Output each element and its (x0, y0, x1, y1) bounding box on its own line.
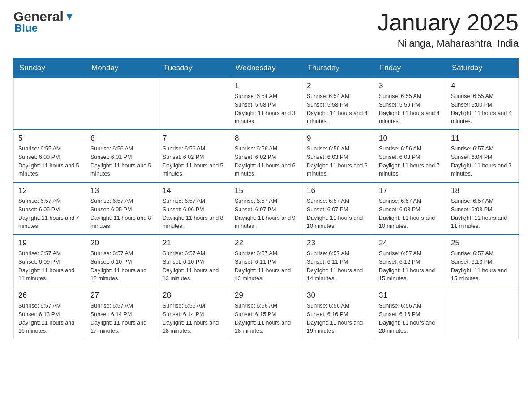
day-info: Sunrise: 6:57 AM Sunset: 6:07 PM Dayligh… (235, 197, 297, 231)
day-number: 28 (163, 291, 225, 300)
svg-marker-0 (66, 14, 73, 20)
day-of-week-header: Monday (86, 59, 158, 77)
calendar-cell: 21Sunrise: 6:57 AM Sunset: 6:10 PM Dayli… (158, 235, 230, 287)
calendar-cell: 13Sunrise: 6:57 AM Sunset: 6:05 PM Dayli… (86, 182, 158, 235)
day-info: Sunrise: 6:57 AM Sunset: 6:11 PM Dayligh… (235, 249, 297, 283)
day-number: 21 (163, 239, 225, 248)
day-info: Sunrise: 6:57 AM Sunset: 6:05 PM Dayligh… (18, 197, 81, 231)
calendar-table: SundayMondayTuesdayWednesdayThursdayFrid… (13, 58, 519, 339)
calendar-cell (446, 287, 519, 339)
location-title: Nilanga, Maharashtra, India (378, 38, 519, 49)
day-info: Sunrise: 6:57 AM Sunset: 6:13 PM Dayligh… (18, 302, 81, 335)
day-info: Sunrise: 6:57 AM Sunset: 6:14 PM Dayligh… (90, 302, 153, 335)
calendar-cell: 24Sunrise: 6:57 AM Sunset: 6:12 PM Dayli… (374, 235, 446, 287)
day-number: 26 (18, 291, 81, 300)
calendar-cell: 15Sunrise: 6:57 AM Sunset: 6:07 PM Dayli… (230, 182, 302, 235)
day-info: Sunrise: 6:56 AM Sunset: 6:14 PM Dayligh… (163, 302, 225, 335)
calendar-cell: 7Sunrise: 6:56 AM Sunset: 6:02 PM Daylig… (158, 130, 230, 182)
calendar-cell: 3Sunrise: 6:55 AM Sunset: 5:59 PM Daylig… (374, 77, 446, 130)
day-number: 1 (235, 81, 297, 90)
calendar-cell: 1Sunrise: 6:54 AM Sunset: 5:58 PM Daylig… (230, 77, 302, 130)
calendar-cell: 14Sunrise: 6:57 AM Sunset: 6:06 PM Dayli… (158, 182, 230, 235)
calendar-cell: 2Sunrise: 6:54 AM Sunset: 5:58 PM Daylig… (302, 77, 374, 130)
calendar-cell: 31Sunrise: 6:56 AM Sunset: 6:16 PM Dayli… (374, 287, 446, 339)
calendar-week-row: 5Sunrise: 6:55 AM Sunset: 6:00 PM Daylig… (14, 130, 519, 182)
day-info: Sunrise: 6:54 AM Sunset: 5:58 PM Dayligh… (235, 92, 297, 126)
calendar-cell: 30Sunrise: 6:56 AM Sunset: 6:16 PM Dayli… (302, 287, 374, 339)
calendar-cell (158, 77, 230, 130)
day-info: Sunrise: 6:57 AM Sunset: 6:05 PM Dayligh… (90, 197, 153, 231)
day-number: 7 (163, 134, 225, 143)
day-of-week-header: Thursday (302, 59, 374, 77)
calendar-header-row: SundayMondayTuesdayWednesdayThursdayFrid… (14, 59, 519, 77)
day-info: Sunrise: 6:55 AM Sunset: 6:00 PM Dayligh… (451, 92, 514, 126)
day-number: 5 (18, 134, 81, 143)
day-number: 18 (451, 186, 514, 195)
day-info: Sunrise: 6:56 AM Sunset: 6:01 PM Dayligh… (90, 145, 153, 178)
day-info: Sunrise: 6:56 AM Sunset: 6:15 PM Dayligh… (235, 302, 297, 335)
calendar-cell: 18Sunrise: 6:57 AM Sunset: 6:08 PM Dayli… (446, 182, 519, 235)
day-of-week-header: Sunday (14, 59, 86, 77)
day-info: Sunrise: 6:56 AM Sunset: 6:16 PM Dayligh… (307, 302, 369, 335)
calendar-cell: 10Sunrise: 6:56 AM Sunset: 6:03 PM Dayli… (374, 130, 446, 182)
logo-blue: Blue (14, 22, 38, 34)
calendar-cell (86, 77, 158, 130)
day-info: Sunrise: 6:57 AM Sunset: 6:10 PM Dayligh… (90, 249, 153, 283)
day-number: 3 (379, 81, 442, 90)
calendar-cell: 17Sunrise: 6:57 AM Sunset: 6:08 PM Dayli… (374, 182, 446, 235)
day-number: 14 (163, 186, 225, 195)
calendar-cell: 22Sunrise: 6:57 AM Sunset: 6:11 PM Dayli… (230, 235, 302, 287)
day-number: 11 (451, 134, 514, 143)
calendar-cell (14, 77, 86, 130)
day-info: Sunrise: 6:57 AM Sunset: 6:08 PM Dayligh… (451, 197, 514, 231)
day-number: 22 (235, 239, 297, 248)
day-info: Sunrise: 6:55 AM Sunset: 6:00 PM Dayligh… (18, 145, 81, 178)
day-info: Sunrise: 6:54 AM Sunset: 5:58 PM Dayligh… (307, 92, 369, 126)
day-info: Sunrise: 6:57 AM Sunset: 6:12 PM Dayligh… (379, 249, 442, 283)
day-number: 15 (235, 186, 297, 195)
calendar-week-row: 19Sunrise: 6:57 AM Sunset: 6:09 PM Dayli… (14, 235, 519, 287)
day-number: 24 (379, 239, 442, 248)
calendar-cell: 27Sunrise: 6:57 AM Sunset: 6:14 PM Dayli… (86, 287, 158, 339)
day-number: 17 (379, 186, 442, 195)
calendar-cell: 16Sunrise: 6:57 AM Sunset: 6:07 PM Dayli… (302, 182, 374, 235)
logo-triangle-icon (64, 12, 74, 22)
calendar-cell: 9Sunrise: 6:56 AM Sunset: 6:03 PM Daylig… (302, 130, 374, 182)
day-number: 13 (90, 186, 153, 195)
day-number: 31 (379, 291, 442, 300)
calendar-cell: 12Sunrise: 6:57 AM Sunset: 6:05 PM Dayli… (14, 182, 86, 235)
day-info: Sunrise: 6:57 AM Sunset: 6:06 PM Dayligh… (163, 197, 225, 231)
page-header: General Blue January 2025 Nilanga, Mahar… (13, 9, 519, 49)
calendar-cell: 8Sunrise: 6:56 AM Sunset: 6:02 PM Daylig… (230, 130, 302, 182)
calendar-cell: 4Sunrise: 6:55 AM Sunset: 6:00 PM Daylig… (446, 77, 519, 130)
day-number: 4 (451, 81, 514, 90)
day-info: Sunrise: 6:56 AM Sunset: 6:03 PM Dayligh… (307, 145, 369, 178)
day-of-week-header: Saturday (446, 59, 519, 77)
day-number: 10 (379, 134, 442, 143)
day-info: Sunrise: 6:57 AM Sunset: 6:07 PM Dayligh… (307, 197, 369, 231)
day-of-week-header: Wednesday (230, 59, 302, 77)
day-info: Sunrise: 6:57 AM Sunset: 6:13 PM Dayligh… (451, 249, 514, 283)
day-info: Sunrise: 6:56 AM Sunset: 6:02 PM Dayligh… (235, 145, 297, 178)
day-of-week-header: Friday (374, 59, 446, 77)
day-info: Sunrise: 6:57 AM Sunset: 6:11 PM Dayligh… (307, 249, 369, 283)
day-number: 20 (90, 239, 153, 248)
day-info: Sunrise: 6:57 AM Sunset: 6:08 PM Dayligh… (379, 197, 442, 231)
day-info: Sunrise: 6:56 AM Sunset: 6:16 PM Dayligh… (379, 302, 442, 335)
day-info: Sunrise: 6:56 AM Sunset: 6:03 PM Dayligh… (379, 145, 442, 178)
logo: General Blue (13, 9, 74, 34)
calendar-cell: 25Sunrise: 6:57 AM Sunset: 6:13 PM Dayli… (446, 235, 519, 287)
calendar-week-row: 1Sunrise: 6:54 AM Sunset: 5:58 PM Daylig… (14, 77, 519, 130)
day-number: 23 (307, 239, 369, 248)
calendar-cell: 20Sunrise: 6:57 AM Sunset: 6:10 PM Dayli… (86, 235, 158, 287)
month-title: January 2025 (378, 9, 519, 36)
day-number: 12 (18, 186, 81, 195)
day-number: 29 (235, 291, 297, 300)
day-number: 6 (90, 134, 153, 143)
calendar-week-row: 12Sunrise: 6:57 AM Sunset: 6:05 PM Dayli… (14, 182, 519, 235)
day-number: 9 (307, 134, 369, 143)
day-info: Sunrise: 6:57 AM Sunset: 6:10 PM Dayligh… (163, 249, 225, 283)
title-area: January 2025 Nilanga, Maharashtra, India (378, 9, 519, 49)
day-info: Sunrise: 6:57 AM Sunset: 6:04 PM Dayligh… (451, 145, 514, 178)
calendar-cell: 11Sunrise: 6:57 AM Sunset: 6:04 PM Dayli… (446, 130, 519, 182)
